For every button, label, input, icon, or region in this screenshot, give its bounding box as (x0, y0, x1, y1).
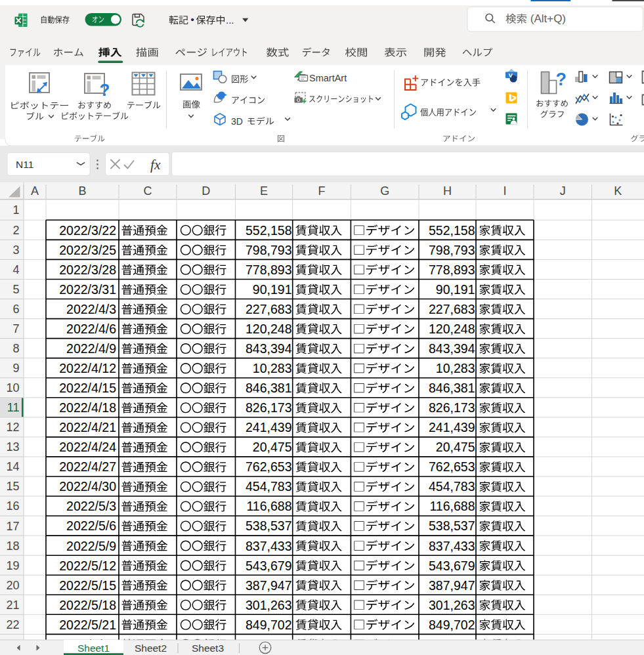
svg-text:843,394: 843,394 (429, 341, 475, 356)
svg-text:849,702: 849,702 (246, 618, 292, 632)
svg-text:387,947: 387,947 (429, 578, 475, 593)
svg-text:2022/3/22: 2022/3/22 (59, 223, 116, 238)
svg-text:849,702: 849,702 (429, 618, 475, 632)
svg-text:538,537: 538,537 (429, 518, 475, 533)
svg-text:846,381: 846,381 (246, 381, 292, 395)
svg-text:2022/4/24: 2022/4/24 (59, 440, 116, 454)
svg-text:C: C (144, 184, 152, 198)
svg-text:552,158: 552,158 (246, 223, 292, 238)
svg-text:778,893: 778,893 (246, 263, 292, 277)
svg-text:454,783: 454,783 (246, 479, 292, 494)
svg-text:1: 1 (12, 203, 19, 217)
svg-text:21: 21 (6, 599, 19, 612)
svg-text:90,191: 90,191 (436, 282, 475, 297)
svg-text:2022/4/18: 2022/4/18 (59, 400, 116, 415)
svg-text:2022/4/3: 2022/4/3 (66, 302, 116, 316)
svg-text:F: F (318, 184, 326, 198)
svg-text:15: 15 (6, 480, 19, 493)
svg-text:?: ? (556, 70, 567, 89)
svg-text:20,475: 20,475 (436, 440, 475, 454)
svg-text:fx: fx (150, 157, 161, 173)
svg-text:A: A (31, 184, 39, 198)
svg-text:B: B (78, 184, 86, 198)
svg-text:2022/5/21: 2022/5/21 (59, 618, 116, 632)
svg-text:16: 16 (6, 499, 19, 513)
svg-text:778,893: 778,893 (429, 263, 475, 277)
svg-text:9: 9 (12, 362, 19, 375)
svg-text:?: ? (100, 80, 110, 100)
svg-text:2022/5/15: 2022/5/15 (59, 578, 116, 593)
svg-text:2022/3/28: 2022/3/28 (59, 263, 116, 277)
svg-text:22: 22 (6, 618, 19, 631)
svg-text:798,793: 798,793 (429, 243, 475, 257)
svg-text:I: I (503, 184, 506, 198)
svg-text:2: 2 (12, 224, 19, 237)
svg-text:120,248: 120,248 (246, 322, 292, 336)
svg-text:12: 12 (6, 421, 19, 434)
svg-text:2022/5/9: 2022/5/9 (66, 539, 116, 553)
svg-text:2022/4/12: 2022/4/12 (59, 361, 116, 375)
svg-text:387,947: 387,947 (246, 578, 292, 593)
svg-text:Sheet3: Sheet3 (192, 643, 224, 654)
svg-text:120,248: 120,248 (429, 322, 475, 336)
svg-text:2022/4/30: 2022/4/30 (59, 479, 116, 494)
svg-text:...: ... (226, 14, 234, 26)
svg-text:7: 7 (12, 322, 19, 335)
svg-text:•: • (191, 14, 194, 25)
svg-text:301,263: 301,263 (246, 598, 292, 612)
svg-text:10,283: 10,283 (253, 361, 292, 375)
svg-text:241,439: 241,439 (429, 420, 475, 434)
svg-text:K: K (614, 184, 622, 198)
svg-text:116,688: 116,688 (429, 499, 475, 513)
svg-text:14: 14 (6, 460, 19, 473)
svg-text:D: D (202, 184, 210, 198)
svg-text:Sheet1: Sheet1 (77, 643, 110, 654)
svg-text:N11: N11 (16, 159, 33, 170)
svg-text:798,793: 798,793 (246, 243, 292, 257)
svg-text:10,283: 10,283 (436, 361, 475, 375)
svg-text:301,263: 301,263 (429, 598, 475, 612)
svg-text:E: E (260, 184, 268, 198)
svg-text:2022/3/31: 2022/3/31 (59, 282, 116, 297)
svg-text:20,475: 20,475 (253, 440, 292, 454)
svg-text:V: V (509, 72, 513, 79)
svg-text:762,653: 762,653 (429, 459, 475, 474)
svg-text:8: 8 (12, 342, 19, 355)
svg-text:SmartArt: SmartArt (309, 73, 347, 83)
svg-text:826,173: 826,173 (246, 400, 292, 415)
svg-text:18: 18 (6, 539, 19, 553)
svg-text:2022/4/9: 2022/4/9 (66, 341, 116, 356)
svg-text:4: 4 (12, 263, 19, 276)
svg-text:13: 13 (6, 440, 19, 454)
svg-text:19: 19 (6, 559, 19, 572)
svg-text:837,433: 837,433 (429, 539, 475, 553)
svg-text:3D: 3D (231, 116, 246, 127)
svg-text:543,679: 543,679 (246, 559, 292, 573)
svg-text:5: 5 (12, 283, 19, 296)
svg-text:90,191: 90,191 (253, 282, 292, 297)
svg-text:552,158: 552,158 (429, 223, 475, 238)
svg-text:20: 20 (6, 579, 19, 592)
svg-text:2022/4/6: 2022/4/6 (66, 322, 116, 336)
svg-text:6: 6 (12, 303, 19, 316)
svg-text:10: 10 (6, 381, 19, 394)
svg-text:543,679: 543,679 (429, 559, 475, 573)
svg-text:227,683: 227,683 (246, 302, 292, 316)
svg-text:2022/4/21: 2022/4/21 (59, 420, 116, 434)
svg-text:17: 17 (6, 520, 19, 533)
svg-text:2022/4/27: 2022/4/27 (59, 459, 116, 474)
svg-text:762,653: 762,653 (246, 459, 292, 474)
svg-text:843,394: 843,394 (246, 341, 292, 356)
svg-text:G: G (380, 184, 389, 198)
svg-text:538,537: 538,537 (246, 518, 292, 533)
svg-text:2022/3/25: 2022/3/25 (59, 243, 116, 257)
svg-text:2022/4/15: 2022/4/15 (59, 381, 116, 395)
svg-text:2022/5/12: 2022/5/12 (59, 559, 116, 573)
svg-text:11: 11 (7, 401, 20, 414)
svg-text:Sheet2: Sheet2 (135, 643, 167, 654)
svg-text:826,173: 826,173 (429, 400, 475, 415)
svg-text:2022/5/18: 2022/5/18 (59, 598, 116, 612)
svg-text:2022/5/3: 2022/5/3 (66, 499, 116, 513)
svg-text:846,381: 846,381 (429, 381, 475, 395)
svg-text:(Alt+Q): (Alt+Q) (527, 12, 566, 25)
